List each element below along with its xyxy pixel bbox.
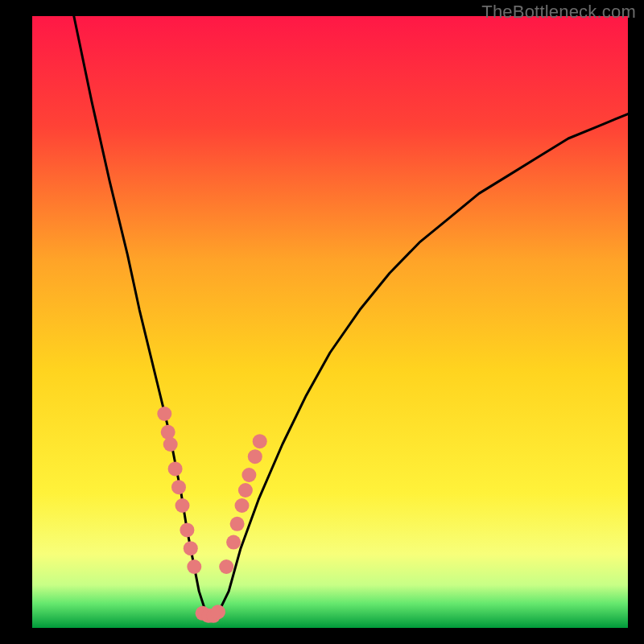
watermark-text: TheBottleneck.com [481, 2, 636, 23]
dot-bottom [211, 605, 225, 619]
dot-left [157, 407, 171, 421]
dot-right [226, 535, 241, 550]
dot-left [184, 541, 198, 555]
dot-left [180, 522, 194, 537]
dot-left [175, 498, 190, 513]
dot-right [242, 468, 256, 482]
dot-left [168, 461, 183, 476]
dot-left [171, 480, 186, 494]
dot-right [230, 517, 245, 531]
chart-svg [32, 16, 628, 628]
dot-left [163, 437, 178, 452]
dot-left [187, 559, 201, 574]
dot-left [161, 425, 175, 440]
dot-right [238, 483, 253, 497]
dot-right [248, 449, 262, 464]
gradient-bg [32, 16, 628, 628]
outer-frame: TheBottleneck.com [0, 0, 644, 644]
dot-right [253, 434, 267, 448]
dot-right [235, 498, 250, 513]
dot-right [219, 559, 233, 574]
plot-area [32, 16, 628, 628]
